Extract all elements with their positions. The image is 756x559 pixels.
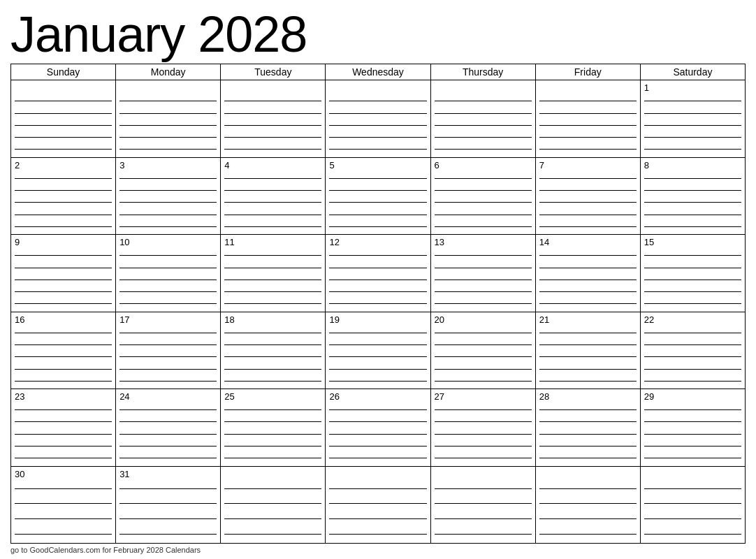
week-row-3: 16171819202122 xyxy=(11,312,746,389)
day-cell-empty xyxy=(326,80,430,157)
day-cell-7: 7 xyxy=(536,158,641,234)
write-line xyxy=(435,333,532,333)
write-line xyxy=(329,280,426,280)
write-line xyxy=(329,291,426,292)
write-line xyxy=(224,113,321,114)
write-line xyxy=(119,178,217,179)
write-line xyxy=(224,534,321,535)
write-line xyxy=(15,381,112,382)
write-line xyxy=(119,280,217,280)
day-number-empty xyxy=(644,469,741,480)
write-line xyxy=(539,113,637,114)
write-line xyxy=(435,149,532,150)
week-row-0: 1 xyxy=(11,80,746,157)
write-line xyxy=(224,446,321,447)
day-cell-4: 4 xyxy=(221,158,326,234)
day-number-20: 20 xyxy=(435,314,532,326)
write-line xyxy=(119,268,217,268)
day-number-empty xyxy=(539,82,637,94)
write-line xyxy=(644,280,741,280)
day-number-7: 7 xyxy=(539,160,637,171)
day-lines xyxy=(119,481,217,542)
write-line xyxy=(644,381,741,382)
write-line xyxy=(224,333,321,333)
write-line xyxy=(119,534,217,535)
day-cell-empty xyxy=(116,80,221,157)
write-line xyxy=(435,458,532,458)
write-line xyxy=(435,344,532,345)
write-line xyxy=(15,503,112,504)
day-cell-30: 30 xyxy=(11,467,116,543)
write-line xyxy=(329,178,426,179)
day-lines xyxy=(224,481,321,542)
write-line xyxy=(15,291,112,292)
write-line xyxy=(224,202,321,203)
day-number-22: 22 xyxy=(644,314,741,326)
write-line xyxy=(224,268,321,268)
write-line xyxy=(15,518,112,519)
write-line xyxy=(435,101,532,101)
write-line xyxy=(119,333,217,333)
write-line xyxy=(435,190,532,191)
day-lines xyxy=(644,95,741,155)
write-line xyxy=(329,458,426,458)
write-line xyxy=(644,503,741,504)
day-cell-empty xyxy=(221,80,326,157)
day-number-21: 21 xyxy=(539,314,637,326)
write-line xyxy=(435,280,532,280)
write-line xyxy=(644,202,741,203)
day-lines xyxy=(224,404,321,464)
day-number-empty xyxy=(119,82,217,94)
write-line xyxy=(644,291,741,292)
write-line xyxy=(329,255,426,256)
day-header-thursday: Thursday xyxy=(431,64,536,80)
day-lines xyxy=(329,481,426,542)
write-line xyxy=(539,255,637,256)
write-line xyxy=(644,488,741,489)
write-line xyxy=(329,303,426,304)
day-number-empty xyxy=(329,82,426,94)
write-line xyxy=(644,409,741,410)
day-number-1: 1 xyxy=(644,82,741,94)
write-line xyxy=(224,280,321,280)
day-lines xyxy=(15,95,112,155)
day-number-24: 24 xyxy=(119,391,217,402)
day-lines xyxy=(329,173,426,233)
day-header-tuesday: Tuesday xyxy=(221,64,326,80)
write-line xyxy=(435,434,532,435)
week-row-2: 9101112131415 xyxy=(11,235,746,312)
write-line xyxy=(644,255,741,256)
write-line xyxy=(15,434,112,435)
write-line xyxy=(15,137,112,138)
write-line xyxy=(329,137,426,138)
write-line xyxy=(224,518,321,519)
write-line xyxy=(644,303,741,304)
write-line xyxy=(539,291,637,292)
write-line xyxy=(539,333,637,333)
day-number-empty xyxy=(329,469,426,480)
write-line xyxy=(435,421,532,422)
write-line xyxy=(329,409,426,410)
write-line xyxy=(539,518,637,519)
write-line xyxy=(435,446,532,447)
write-line xyxy=(119,369,217,370)
day-cell-empty xyxy=(536,80,641,157)
day-number-3: 3 xyxy=(119,160,217,171)
write-line xyxy=(435,268,532,268)
write-line xyxy=(224,291,321,292)
write-line xyxy=(329,488,426,489)
day-cell-17: 17 xyxy=(116,312,221,389)
day-lines xyxy=(644,481,741,542)
write-line xyxy=(435,125,532,126)
write-line xyxy=(15,101,112,101)
write-line xyxy=(644,113,741,114)
write-line xyxy=(224,178,321,179)
day-cell-14: 14 xyxy=(536,235,641,311)
day-number-25: 25 xyxy=(224,391,321,402)
write-line xyxy=(15,202,112,203)
write-line xyxy=(539,488,637,489)
write-line xyxy=(15,356,112,357)
write-line xyxy=(329,344,426,345)
write-line xyxy=(644,137,741,138)
day-cell-empty xyxy=(641,467,746,543)
